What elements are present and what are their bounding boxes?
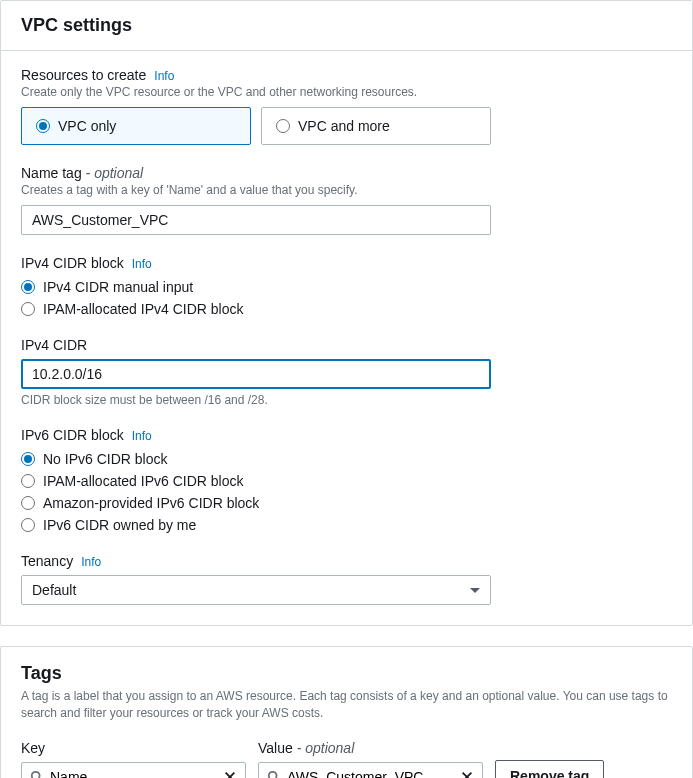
radio-label: IPv6 CIDR owned by me (43, 517, 196, 533)
radio-label: IPAM-allocated IPv6 CIDR block (43, 473, 243, 489)
ipv4-block-section: IPv4 CIDR block Info IPv4 CIDR manual in… (21, 255, 672, 317)
ipv4-cidr-label: IPv4 CIDR (21, 337, 87, 353)
close-icon[interactable] (460, 770, 474, 778)
remove-tag-button[interactable]: Remove tag (495, 760, 604, 778)
ipv4-cidr-input[interactable] (21, 359, 491, 389)
ipv4-block-info-link[interactable]: Info (132, 257, 152, 271)
radio-icon (276, 119, 290, 133)
resources-info-link[interactable]: Info (154, 69, 174, 83)
name-tag-label: Name tag - optional (21, 165, 143, 181)
ipv6-block-info-link[interactable]: Info (132, 429, 152, 443)
tag-value-input-wrap[interactable] (258, 762, 483, 778)
resources-option-vpc-and-more[interactable]: VPC and more (261, 107, 491, 145)
tags-header: Tags (21, 663, 672, 684)
tags-title: Tags (21, 663, 672, 684)
svg-point-4 (269, 771, 277, 778)
search-icon (30, 770, 44, 778)
ipv6-block-label: IPv6 CIDR block (21, 427, 124, 443)
tenancy-label: Tenancy (21, 553, 73, 569)
tags-desc: A tag is a label that you assign to an A… (21, 688, 672, 722)
resources-label: Resources to create (21, 67, 146, 83)
ipv4-cidr-hint: CIDR block size must be between /16 and … (21, 393, 672, 407)
tenancy-section: Tenancy Info Default (21, 553, 672, 605)
tag-value-label: Value - optional (258, 740, 483, 756)
resources-option-label: VPC only (58, 118, 116, 134)
tag-value-input[interactable] (287, 767, 454, 778)
ipv4-block-option-manual[interactable]: IPv4 CIDR manual input (21, 279, 672, 295)
radio-label: Amazon-provided IPv6 CIDR block (43, 495, 259, 511)
vpc-settings-panel: VPC settings Resources to create Info Cr… (0, 0, 693, 626)
ipv6-block-option-ipam[interactable]: IPAM-allocated IPv6 CIDR block (21, 473, 672, 489)
ipv6-block-option-owned[interactable]: IPv6 CIDR owned by me (21, 517, 672, 533)
ipv4-block-option-ipam[interactable]: IPAM-allocated IPv4 CIDR block (21, 301, 672, 317)
radio-label: No IPv6 CIDR block (43, 451, 167, 467)
tenancy-select[interactable]: Default (21, 575, 491, 605)
panel-header: VPC settings (1, 1, 692, 51)
search-icon (267, 770, 281, 778)
name-tag-section: Name tag - optional Creates a tag with a… (21, 165, 672, 235)
ipv6-block-section: IPv6 CIDR block Info No IPv6 CIDR block … (21, 427, 672, 533)
tag-key-input[interactable] (50, 767, 217, 778)
svg-point-0 (32, 771, 40, 778)
tenancy-info-link[interactable]: Info (81, 555, 101, 569)
name-tag-input[interactable] (21, 205, 491, 235)
radio-icon (21, 496, 35, 510)
resources-option-label: VPC and more (298, 118, 390, 134)
resources-section: Resources to create Info Create only the… (21, 67, 672, 145)
ipv4-cidr-section: IPv4 CIDR CIDR block size must be betwee… (21, 337, 672, 407)
ipv6-block-option-none[interactable]: No IPv6 CIDR block (21, 451, 672, 467)
ipv4-block-label: IPv4 CIDR block (21, 255, 124, 271)
chevron-down-icon (470, 588, 480, 593)
radio-icon (21, 452, 35, 466)
radio-label: IPAM-allocated IPv4 CIDR block (43, 301, 243, 317)
panel-title: VPC settings (21, 15, 672, 36)
radio-icon (21, 474, 35, 488)
tag-key-label: Key (21, 740, 246, 756)
tag-row: Key Value - optional Remove tag (21, 740, 672, 778)
tag-key-input-wrap[interactable] (21, 762, 246, 778)
tags-panel: Tags A tag is a label that you assign to… (0, 646, 693, 778)
radio-label: IPv4 CIDR manual input (43, 279, 193, 295)
tenancy-value: Default (32, 582, 76, 598)
radio-icon (21, 302, 35, 316)
radio-icon (21, 518, 35, 532)
radio-icon (36, 119, 50, 133)
name-tag-hint: Creates a tag with a key of 'Name' and a… (21, 183, 672, 197)
ipv6-block-option-amazon[interactable]: Amazon-provided IPv6 CIDR block (21, 495, 672, 511)
resources-hint: Create only the VPC resource or the VPC … (21, 85, 672, 99)
resources-option-vpc-only[interactable]: VPC only (21, 107, 251, 145)
close-icon[interactable] (223, 770, 237, 778)
radio-icon (21, 280, 35, 294)
